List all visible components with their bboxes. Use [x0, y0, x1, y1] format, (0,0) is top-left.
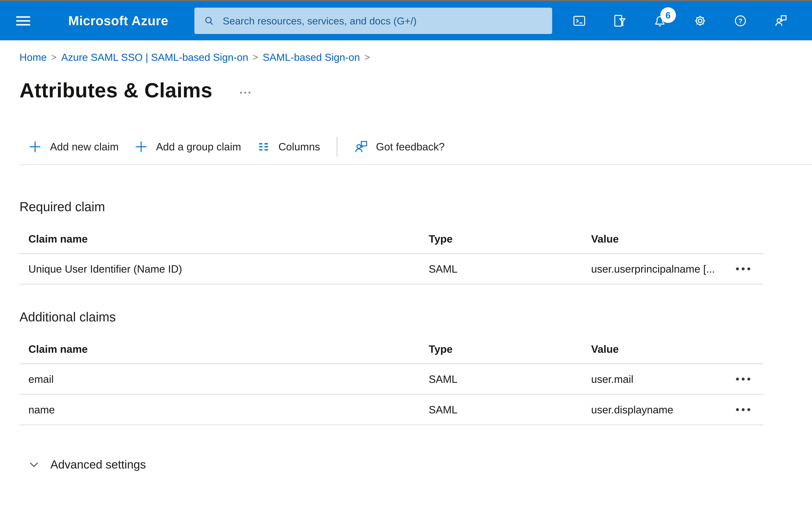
directory-filter-button[interactable]	[612, 12, 627, 30]
table-row[interactable]: email SAML user.mail	[20, 364, 763, 395]
menu-icon	[16, 16, 30, 18]
table-header-row: Claim name Type Value	[20, 224, 763, 254]
topbar-icon-group: 6 ?	[572, 12, 788, 30]
column-header-value: Value	[591, 224, 619, 253]
column-header-type: Type	[429, 224, 453, 253]
page-title: Attributes & Claims	[20, 79, 212, 102]
table-row[interactable]: Unique User Identifier (Name ID) SAML us…	[20, 254, 763, 285]
breadcrumb-separator: >	[51, 51, 57, 64]
advanced-settings-toggle[interactable]: Advanced settings	[28, 458, 146, 471]
page-context-menu-button[interactable]	[240, 87, 251, 93]
cloud-shell-icon	[572, 13, 586, 28]
page-header: Attributes & Claims	[20, 78, 812, 102]
breadcrumb-separator: >	[253, 51, 258, 64]
required-claim-section: Required claim Claim name Type Value Uni…	[0, 199, 812, 285]
plus-icon	[28, 139, 42, 154]
search-input[interactable]: Search resources, services, and docs (G+…	[194, 8, 552, 34]
breadcrumb-home[interactable]: Home	[20, 51, 47, 64]
column-header-claim-name: Claim name	[28, 224, 88, 253]
table-header-row: Claim name Type Value	[20, 334, 763, 364]
breadcrumb-separator: >	[365, 51, 370, 64]
feedback-button[interactable]	[773, 12, 788, 30]
column-header-claim-name: Claim name	[28, 334, 88, 363]
brand-title[interactable]: Microsoft Azure	[68, 13, 168, 28]
claim-name-cell: email	[28, 364, 54, 394]
gear-icon	[693, 13, 707, 28]
columns-button[interactable]: Columns	[256, 139, 320, 154]
add-group-claim-button[interactable]: Add a group claim	[134, 139, 241, 154]
menu-button[interactable]	[16, 11, 31, 31]
claim-name-cell: name	[28, 395, 55, 425]
column-header-value: Value	[591, 334, 619, 363]
more-options-dots	[736, 408, 739, 411]
more-options-button[interactable]	[733, 374, 754, 384]
plus-icon	[134, 139, 149, 154]
cloud-shell-button[interactable]	[572, 12, 587, 30]
notifications-button[interactable]: 6	[652, 12, 667, 30]
breadcrumb-saml-signon[interactable]: SAML-based Sign-on	[263, 51, 360, 64]
settings-button[interactable]	[693, 12, 707, 30]
more-options-button[interactable]	[733, 264, 754, 274]
ellipsis-icon	[240, 92, 242, 93]
chevron-down-icon	[28, 458, 40, 471]
add-new-claim-button[interactable]: Add new claim	[28, 139, 119, 154]
additional-claims-table: Claim name Type Value email SAML user.ma…	[20, 334, 763, 425]
additional-claims-heading: Additional claims	[20, 309, 812, 325]
more-options-dots	[736, 267, 739, 270]
help-icon: ?	[733, 13, 748, 28]
additional-claims-section: Additional claims Claim name Type Value …	[0, 309, 812, 425]
search-icon	[203, 15, 215, 27]
table-row[interactable]: name SAML user.displayname	[20, 395, 763, 425]
claim-value-cell: user.displayname	[591, 395, 673, 425]
columns-icon	[256, 139, 271, 154]
command-bar: Add new claim Add a group claim Columns …	[20, 133, 812, 160]
person-feedback-icon	[774, 13, 788, 28]
required-claim-table: Claim name Type Value Unique User Identi…	[20, 224, 763, 285]
claim-type-cell: SAML	[429, 254, 458, 284]
more-options-dots	[736, 378, 739, 381]
required-claim-heading: Required claim	[20, 199, 812, 215]
claim-type-cell: SAML	[429, 364, 458, 394]
column-header-type: Type	[429, 334, 453, 363]
breadcrumb: Home > Azure SAML SSO | SAML-based Sign-…	[20, 51, 812, 64]
feedback-icon	[353, 139, 369, 154]
window-frame-top	[0, 0, 812, 1]
help-button[interactable]: ?	[733, 12, 748, 30]
more-options-button[interactable]	[733, 405, 754, 414]
toolbar-rule	[20, 164, 812, 165]
got-feedback-button[interactable]: Got feedback?	[353, 139, 445, 154]
claim-type-cell: SAML	[429, 395, 458, 425]
svg-text:?: ?	[738, 17, 742, 25]
breadcrumb-app-sso[interactable]: Azure SAML SSO | SAML-based Sign-on	[61, 51, 248, 64]
notification-badge: 6	[660, 7, 676, 23]
top-bar: Microsoft Azure Search resources, servic…	[0, 1, 812, 40]
toolbar-divider	[337, 137, 337, 157]
claim-value-cell: user.userprincipalname [...	[591, 254, 715, 284]
claim-name-cell: Unique User Identifier (Name ID)	[28, 254, 182, 284]
search-placeholder: Search resources, services, and docs (G+…	[223, 15, 417, 27]
filter-icon	[612, 13, 627, 28]
claim-value-cell: user.mail	[591, 364, 633, 394]
